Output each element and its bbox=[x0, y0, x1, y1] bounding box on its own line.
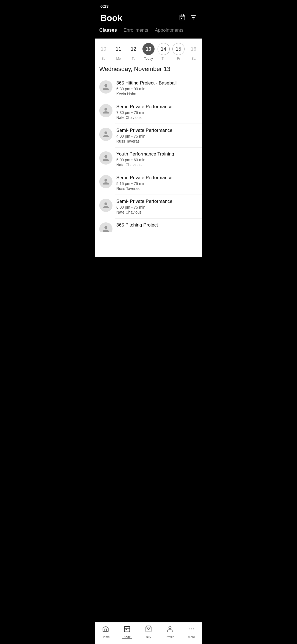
tabs-bar: Classes Enrollments Appointments bbox=[95, 28, 202, 39]
avatar-6 bbox=[99, 222, 112, 232]
cal-day-13[interactable]: 13 Today bbox=[142, 43, 155, 61]
class-time-5: 6:00 pm • 75 min bbox=[116, 205, 198, 209]
tab-appointments[interactable]: Appointments bbox=[155, 28, 183, 34]
class-name-5: Semi- Private Performance bbox=[116, 199, 198, 204]
class-instructor-3: Nate Chavious bbox=[116, 163, 198, 167]
class-item-4[interactable]: Semi- Private Performance 5:15 pm • 75 m… bbox=[95, 171, 202, 195]
avatar-2 bbox=[99, 128, 112, 141]
class-time-1: 7:30 pm • 75 min bbox=[116, 110, 198, 115]
class-name-6: 365 Pitching Project bbox=[116, 222, 198, 228]
cal-label-mo: Mo bbox=[116, 57, 121, 61]
cal-label-th: Th bbox=[162, 57, 166, 61]
tab-classes[interactable]: Classes bbox=[99, 28, 117, 34]
class-info-2: Semi- Private Performance 4:00 pm • 75 m… bbox=[116, 128, 198, 143]
cal-day-16[interactable]: 16 Sa bbox=[188, 43, 200, 61]
class-item-2[interactable]: Semi- Private Performance 4:00 pm • 75 m… bbox=[95, 124, 202, 147]
cal-num-10: 10 bbox=[97, 43, 109, 55]
cal-day-15[interactable]: 15 Fr bbox=[172, 43, 185, 61]
cal-num-14: 14 bbox=[158, 43, 170, 55]
header-icons bbox=[179, 14, 197, 22]
class-info-4: Semi- Private Performance 5:15 pm • 75 m… bbox=[116, 175, 198, 191]
class-item-0[interactable]: 365 Hitting Project - Baseball 6:30 pm •… bbox=[95, 77, 202, 100]
class-instructor-2: Russ Taveras bbox=[116, 139, 198, 143]
cal-day-14[interactable]: 14 Th bbox=[158, 43, 170, 61]
class-info-3: Youth Performance Training 5:00 pm • 60 … bbox=[116, 151, 198, 167]
cal-label-today: Today bbox=[144, 57, 153, 61]
cal-label-su: Su bbox=[101, 57, 106, 61]
class-time-3: 5:00 pm • 60 min bbox=[116, 158, 198, 162]
class-info-6: 365 Pitching Project bbox=[116, 222, 198, 229]
status-bar: 6:13 bbox=[95, 0, 202, 11]
class-time-2: 4:00 pm • 75 min bbox=[116, 134, 198, 138]
header: Book bbox=[95, 11, 202, 28]
header-title: Book bbox=[100, 13, 122, 23]
class-name-2: Semi- Private Performance bbox=[116, 128, 198, 133]
cal-label-tu: Tu bbox=[132, 57, 136, 61]
main-content: 10 Su 11 Mo 12 Tu 13 Today 14 Th 15 Fr bbox=[95, 39, 202, 257]
class-instructor-0: Kevin Hahn bbox=[116, 92, 198, 96]
class-item-5[interactable]: Semi- Private Performance 6:00 pm • 75 m… bbox=[95, 195, 202, 218]
class-item-3[interactable]: Youth Performance Training 5:00 pm • 60 … bbox=[95, 148, 202, 171]
svg-rect-0 bbox=[180, 15, 185, 20]
class-info-0: 365 Hitting Project - Baseball 6:30 pm •… bbox=[116, 80, 198, 96]
class-name-3: Youth Performance Training bbox=[116, 151, 198, 157]
calendar-row: 10 Su 11 Mo 12 Tu 13 Today 14 Th 15 Fr bbox=[95, 39, 202, 63]
class-name-4: Semi- Private Performance bbox=[116, 175, 198, 181]
class-instructor-4: Russ Taveras bbox=[116, 186, 198, 191]
avatar-0 bbox=[99, 80, 112, 94]
cal-num-13: 13 bbox=[142, 43, 155, 55]
tab-enrollments[interactable]: Enrollments bbox=[123, 28, 148, 34]
class-info-5: Semi- Private Performance 6:00 pm • 75 m… bbox=[116, 199, 198, 214]
cal-num-11: 11 bbox=[112, 43, 125, 55]
avatar-1 bbox=[99, 104, 112, 117]
class-name-0: 365 Hitting Project - Baseball bbox=[116, 80, 198, 86]
avatar-5 bbox=[99, 199, 112, 212]
class-item-1[interactable]: Semi- Private Performance 7:30 pm • 75 m… bbox=[95, 100, 202, 124]
filter-icon[interactable] bbox=[190, 14, 197, 22]
cal-label-fr: Fr bbox=[177, 57, 180, 61]
cal-num-16: 16 bbox=[188, 43, 200, 55]
cal-day-11[interactable]: 11 Mo bbox=[112, 43, 125, 61]
class-item-6[interactable]: 365 Pitching Project bbox=[95, 219, 202, 232]
cal-num-12: 12 bbox=[127, 43, 139, 55]
class-instructor-1: Nate Chavious bbox=[116, 115, 198, 120]
cal-day-10[interactable]: 10 Su bbox=[97, 43, 109, 61]
class-instructor-5: Nate Chavious bbox=[116, 210, 198, 214]
class-info-1: Semi- Private Performance 7:30 pm • 75 m… bbox=[116, 104, 198, 120]
class-name-1: Semi- Private Performance bbox=[116, 104, 198, 110]
avatar-3 bbox=[99, 151, 112, 165]
date-heading: Wednesday, November 13 bbox=[95, 63, 202, 77]
status-time: 6:13 bbox=[100, 4, 109, 9]
class-time-0: 6:30 pm • 90 min bbox=[116, 87, 198, 91]
cal-day-12[interactable]: 12 Tu bbox=[127, 43, 139, 61]
cal-label-sa: Sa bbox=[191, 57, 196, 61]
calendar-icon[interactable] bbox=[179, 14, 186, 22]
class-time-4: 5:15 pm • 75 min bbox=[116, 181, 198, 186]
avatar-4 bbox=[99, 175, 112, 188]
cal-num-15: 15 bbox=[172, 43, 185, 55]
